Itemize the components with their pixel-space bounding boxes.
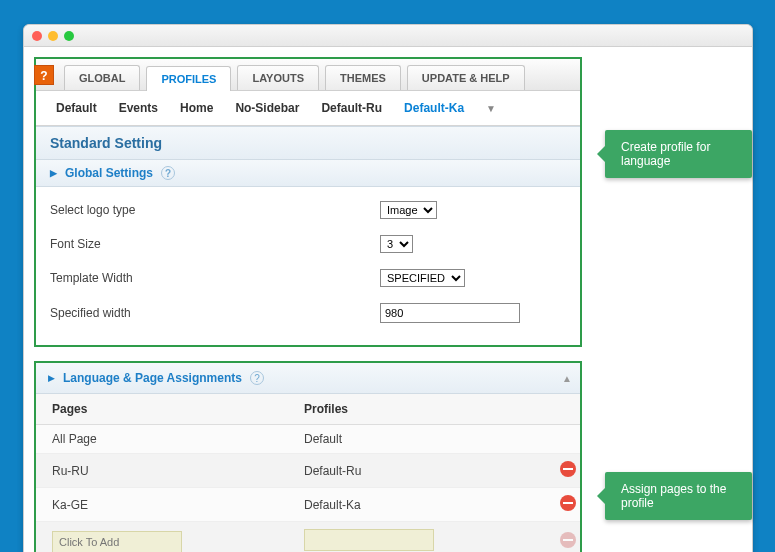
cell-page: Ru-RU	[36, 454, 288, 488]
label-logo-type: Select logo type	[50, 203, 380, 217]
col-actions	[540, 394, 580, 425]
chevron-down-icon[interactable]: ▼	[486, 103, 496, 114]
tab-update-help[interactable]: UPDATE & HELP	[407, 65, 525, 90]
select-font-size[interactable]: 3	[380, 235, 413, 253]
label-template-width: Template Width	[50, 271, 380, 285]
assignments-panel: ▶ Language & Page Assignments ? ▲ Pages …	[34, 361, 582, 552]
table-row: Ka-GE Default-Ka	[36, 488, 580, 522]
row-font-size: Font Size 3	[50, 227, 566, 261]
section-global-label: Global Settings	[65, 166, 153, 180]
label-specified-width: Specified width	[50, 306, 380, 320]
cell-page: Ka-GE	[36, 488, 288, 522]
section-standard-setting: Standard Setting	[36, 126, 580, 160]
titlebar	[24, 25, 752, 47]
row-specified-width: Specified width	[50, 295, 566, 331]
close-icon[interactable]	[32, 31, 42, 41]
app-window: ? GLOBAL PROFILES LAYOUTS THEMES UPDATE …	[23, 24, 753, 552]
assignments-header[interactable]: ▶ Language & Page Assignments ? ▲	[36, 363, 580, 394]
tab-global[interactable]: GLOBAL	[64, 65, 140, 90]
triangle-right-icon: ▶	[50, 168, 57, 178]
tab-profiles[interactable]: PROFILES	[146, 66, 231, 91]
table-row: All Page Default	[36, 425, 580, 454]
subtab-events[interactable]: Events	[119, 101, 158, 115]
label-font-size: Font Size	[50, 237, 380, 251]
add-profile-input[interactable]	[304, 529, 434, 551]
collapse-icon[interactable]: ▲	[562, 373, 572, 384]
table-row: Ru-RU Default-Ru	[36, 454, 580, 488]
profile-subtabs: Default Events Home No-Sidebar Default-R…	[36, 91, 580, 126]
subtab-no-sidebar[interactable]: No-Sidebar	[235, 101, 299, 115]
form-rows: Select logo type Image Font Size 3	[36, 187, 580, 345]
assignments-title: Language & Page Assignments	[63, 371, 242, 385]
row-logo-type: Select logo type Image	[50, 193, 566, 227]
minimize-icon[interactable]	[48, 31, 58, 41]
table-row-add	[36, 522, 580, 553]
tab-themes[interactable]: THEMES	[325, 65, 401, 90]
row-template-width: Template Width SPECIFIED	[50, 261, 566, 295]
add-page-input[interactable]	[52, 531, 182, 553]
input-specified-width[interactable]	[380, 303, 520, 323]
section-global-settings[interactable]: ▶ Global Settings ?	[36, 160, 580, 187]
col-pages: Pages	[36, 394, 288, 425]
content-area: ? GLOBAL PROFILES LAYOUTS THEMES UPDATE …	[24, 47, 752, 552]
subtab-default-ka[interactable]: Default-Ka	[404, 101, 464, 115]
select-template-width[interactable]: SPECIFIED	[380, 269, 465, 287]
help-icon[interactable]: ?	[161, 166, 175, 180]
delete-icon[interactable]	[560, 495, 576, 511]
assignments-table: Pages Profiles All Page Default Ru-RU De…	[36, 394, 580, 552]
callout-assign-pages: Assign pages to the profile	[605, 472, 752, 520]
maximize-icon[interactable]	[64, 31, 74, 41]
settings-panel: ? GLOBAL PROFILES LAYOUTS THEMES UPDATE …	[34, 57, 582, 347]
delete-icon[interactable]	[560, 461, 576, 477]
subtab-default[interactable]: Default	[56, 101, 97, 115]
help-icon[interactable]: ?	[250, 371, 264, 385]
cell-profile: Default-Ka	[288, 488, 540, 522]
subtab-default-ru[interactable]: Default-Ru	[321, 101, 382, 115]
tab-layouts[interactable]: LAYOUTS	[237, 65, 319, 90]
col-profiles: Profiles	[288, 394, 540, 425]
callout-create-profile: Create profile for language	[605, 130, 752, 178]
help-badge[interactable]: ?	[34, 65, 54, 85]
cell-profile: Default-Ru	[288, 454, 540, 488]
triangle-right-icon: ▶	[48, 373, 55, 383]
delete-icon[interactable]	[560, 532, 576, 548]
main-tabbar: GLOBAL PROFILES LAYOUTS THEMES UPDATE & …	[36, 59, 580, 91]
cell-page: All Page	[36, 425, 288, 454]
cell-profile: Default	[288, 425, 540, 454]
select-logo-type[interactable]: Image	[380, 201, 437, 219]
subtab-home[interactable]: Home	[180, 101, 213, 115]
